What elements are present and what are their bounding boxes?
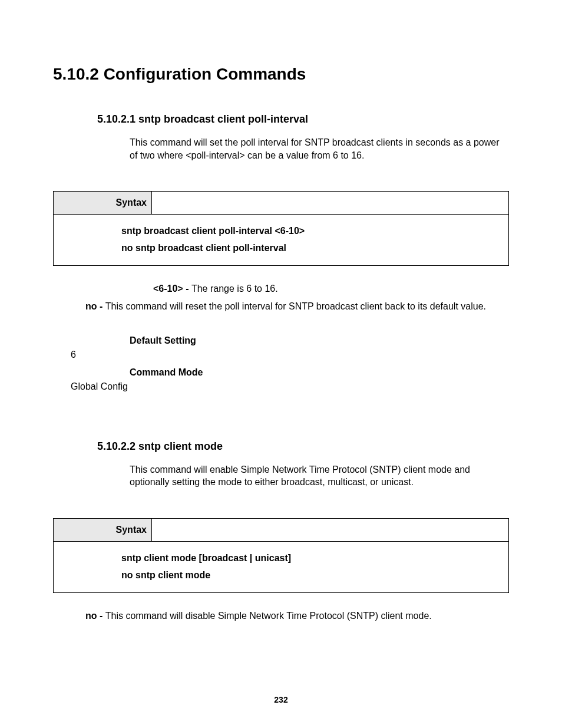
syntax-box: Syntax sntp broadcast client poll-interv… <box>53 191 509 266</box>
section-heading: 5.10.2 Configuration Commands <box>53 65 509 84</box>
syntax-line: sntp broadcast client poll-interval <6-1… <box>121 223 503 240</box>
no-line: no - This command will disable Simple Ne… <box>53 611 509 621</box>
param-text: The range is 6 to 16. <box>191 284 278 294</box>
no-text: This command will reset the poll interva… <box>105 301 486 311</box>
no-line: no - This command will reset the poll in… <box>53 301 509 312</box>
parameter-line: <6-10> - The range is 6 to 16. <box>53 284 509 294</box>
no-label: no - <box>85 611 105 621</box>
default-setting-label: Default Setting <box>53 335 509 346</box>
syntax-line: no sntp broadcast client poll-interval <box>121 240 503 257</box>
command-mode-label: Command Mode <box>53 367 509 378</box>
syntax-line: no sntp client mode <box>121 567 503 584</box>
syntax-label: Syntax <box>54 519 152 542</box>
default-setting-value: 6 <box>53 350 509 360</box>
subsection-heading: 5.10.2.2 sntp client mode <box>53 440 509 453</box>
no-text: This command will disable Simple Network… <box>105 611 432 621</box>
syntax-label: Syntax <box>54 192 152 215</box>
no-label: no - <box>85 301 105 311</box>
description-text: This command will set the poll interval … <box>53 136 509 162</box>
description-text: This command will enable Simple Network … <box>53 463 509 489</box>
page-number: 232 <box>0 695 562 704</box>
command-mode-value: Global Config <box>53 381 509 392</box>
syntax-box: Syntax sntp client mode [broadcast | uni… <box>53 518 509 593</box>
syntax-line: sntp client mode [broadcast | unicast] <box>121 550 503 567</box>
document-page: 5.10.2 Configuration Commands 5.10.2.1 s… <box>0 0 562 728</box>
syntax-body: sntp broadcast client poll-interval <6-1… <box>54 214 508 265</box>
syntax-body: sntp client mode [broadcast | unicast] n… <box>54 541 508 592</box>
param-label: <6-10> - <box>153 284 191 294</box>
subsection-heading: 5.10.2.1 sntp broadcast client poll-inte… <box>53 113 509 126</box>
